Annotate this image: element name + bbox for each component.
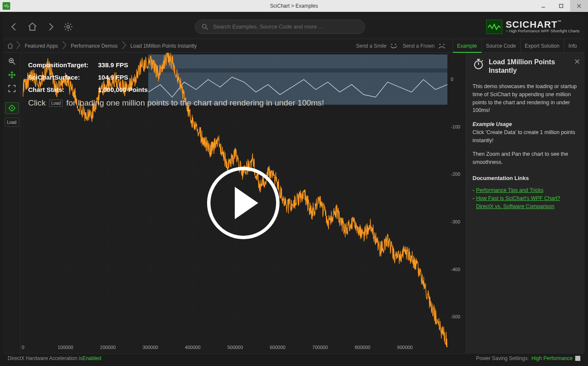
svg-text:900000: 900000 [397, 345, 413, 350]
maximize-button[interactable] [552, 0, 570, 11]
doc-link[interactable]: Performance Tips and Tricks [476, 186, 543, 194]
stats-value: 338.9 FPS [98, 61, 128, 69]
pan-icon[interactable] [5, 69, 19, 81]
svg-point-18 [11, 107, 12, 109]
status-power[interactable]: High Performance [531, 355, 573, 361]
stats-overlay: CompositionTarget:338.9 FPS SciChartSurf… [24, 56, 461, 113]
play-icon[interactable] [207, 167, 280, 239]
doc-link[interactable]: How Fast is SciChart's WPF Chart? Direct… [476, 194, 579, 211]
status-accel: Enabled [82, 355, 101, 361]
fullscreen-icon[interactable] [5, 83, 19, 94]
stats-label: Chart Stats: [28, 86, 92, 93]
svg-point-5 [202, 24, 206, 28]
gear-icon[interactable] [62, 21, 74, 33]
power-plug-icon[interactable] [575, 356, 580, 361]
minimize-button[interactable] [534, 0, 552, 11]
forward-icon[interactable] [44, 21, 56, 33]
svg-text:700000: 700000 [312, 345, 328, 350]
titlebar: SciChart > Examples [0, 0, 588, 12]
search-input[interactable] [213, 23, 359, 30]
subbar: Featured Apps Performance Demos Load 1Mi… [3, 39, 585, 53]
svg-line-12 [13, 63, 15, 65]
home-icon[interactable] [26, 21, 38, 33]
svg-text:100000: 100000 [58, 345, 73, 350]
breadcrumb-item[interactable]: Load 1Million Points Instantly [129, 42, 198, 50]
svg-text:0: 0 [22, 345, 24, 350]
stopwatch-icon [473, 58, 484, 70]
svg-text:-500: -500 [451, 314, 460, 319]
brand-name: SCICHART [506, 19, 558, 30]
svg-text:600000: 600000 [270, 345, 285, 350]
breadcrumb-item[interactable]: Featured Apps [23, 42, 60, 50]
window-title: SciChart > Examples [0, 3, 588, 9]
tab-export-solution[interactable]: Export Solution [520, 39, 564, 53]
svg-point-8 [395, 43, 396, 45]
svg-line-61 [482, 60, 483, 61]
tool-strip: Load [3, 53, 20, 353]
target-icon[interactable] [5, 102, 19, 114]
stats-label: CompositionTarget: [28, 61, 92, 69]
chart-surface[interactable]: 0100000200000300000400000500000600000700… [20, 53, 466, 353]
svg-point-4 [67, 25, 69, 28]
search-icon [201, 23, 209, 31]
tab-source-code[interactable]: Source Code [481, 39, 520, 53]
send-smile-button[interactable]: Send a Smile [356, 42, 398, 50]
svg-text:200000: 200000 [100, 345, 116, 350]
load-inline-button[interactable]: Load [49, 100, 63, 107]
svg-text:-400: -400 [451, 267, 460, 272]
stats-label: SciChartSurface: [28, 74, 92, 81]
svg-line-6 [206, 28, 208, 30]
usage-heading: Example Usage [473, 121, 512, 127]
frown-icon [437, 42, 447, 50]
tab-info[interactable]: Info [564, 39, 581, 53]
svg-point-10 [443, 43, 444, 45]
top-toolbar: SCICHART™ > High Performance WPF Silverl… [3, 14, 585, 39]
svg-point-7 [391, 43, 392, 45]
stats-value: 104.9 FPS [98, 74, 128, 81]
brand-logo[interactable]: SCICHART™ > High Performance WPF Silverl… [486, 20, 579, 34]
svg-text:300000: 300000 [142, 345, 158, 350]
breadcrumb-home[interactable] [7, 43, 14, 49]
svg-text:400000: 400000 [185, 345, 201, 350]
svg-text:-200: -200 [451, 172, 460, 177]
tab-example[interactable]: Example [453, 39, 481, 53]
svg-text:-300: -300 [451, 219, 460, 224]
close-button[interactable] [570, 0, 588, 11]
svg-point-9 [439, 43, 441, 45]
zoom-extents-icon[interactable] [5, 55, 19, 67]
send-frown-button[interactable]: Send a Frown [403, 42, 447, 50]
panel-title: Load 1Million Points Instantly [489, 58, 579, 75]
svg-rect-1 [559, 4, 563, 8]
stats-value: 1,000,000 Points [98, 86, 148, 93]
view-tabs: Example Source Code Export Solution Info [453, 39, 581, 53]
hint-text: Click Load for loading one million point… [28, 98, 457, 108]
breadcrumb-item[interactable]: Performance Demos [69, 42, 119, 50]
search-box[interactable] [195, 20, 365, 34]
app-icon [3, 2, 10, 10]
status-bar: DirectX Hardware Acceleration is Enabled… [3, 353, 585, 363]
breadcrumb: Featured Apps Performance Demos Load 1Mi… [7, 40, 199, 51]
svg-text:800000: 800000 [355, 345, 370, 350]
info-panel: ✕ Load 1Million Points Instantly This de… [466, 53, 585, 353]
panel-description: This demo showcases the loading or start… [473, 83, 579, 114]
svg-text:500000: 500000 [228, 345, 243, 350]
svg-point-57 [475, 61, 483, 69]
load-button[interactable]: Load [5, 117, 19, 127]
close-panel-icon[interactable]: ✕ [574, 56, 580, 68]
docs-heading: Documentation Links [473, 174, 579, 183]
brand-mark-icon [486, 20, 502, 34]
back-icon[interactable] [9, 21, 20, 33]
svg-text:-100: -100 [451, 124, 460, 129]
smile-icon [389, 42, 398, 50]
